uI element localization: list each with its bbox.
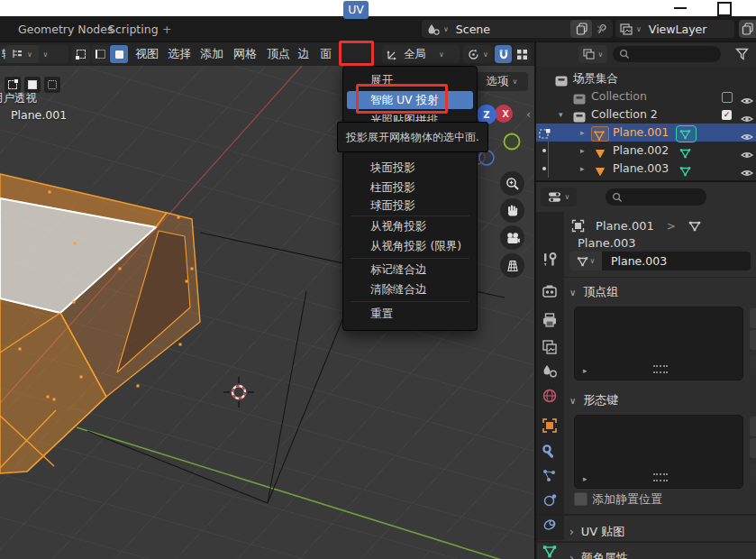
menu-uv-active[interactable]: UV [343, 1, 369, 19]
menu-add[interactable]: 添加 [200, 42, 223, 66]
object-icon[interactable] [571, 219, 585, 233]
transform-orientation-dropdown[interactable]: 全局 ∨ [382, 45, 460, 63]
breadcrumb-data[interactable]: Plane.003 [578, 236, 636, 250]
eye-icon[interactable] [741, 164, 753, 181]
tab-tool[interactable] [542, 252, 558, 268]
properties-search-input[interactable] [606, 188, 706, 206]
add-shape-key-button[interactable] [750, 417, 756, 436]
outliner-row-scene-collection[interactable]: 场景集合 [535, 69, 756, 87]
panel-header-color-attributes[interactable]: ›颜色属性 [569, 550, 628, 559]
collection-2-label[interactable]: Collection 2 [591, 105, 658, 124]
outliner-row-collection[interactable]: Collection [535, 87, 756, 105]
menu-mesh[interactable]: 网格 [233, 42, 257, 66]
exclude-checkbox-unchecked[interactable] [722, 92, 733, 103]
tab-render[interactable] [542, 283, 558, 299]
panel-header-vertex-groups[interactable]: ∨顶点组 [569, 284, 618, 300]
outliner-row-plane-002[interactable]: ▸ Plane.002 [535, 142, 756, 160]
list-disclosure-icon[interactable]: ▸ [583, 366, 587, 375]
remove-shape-key-button[interactable] [750, 438, 756, 458]
menu-edge[interactable]: 边 [298, 42, 310, 66]
outliner-display-mode-dropdown[interactable]: ∨ [5, 45, 39, 63]
face-select-button[interactable] [110, 45, 128, 63]
rest-position-checkbox[interactable] [574, 492, 587, 506]
editor-divider[interactable] [534, 42, 536, 559]
toggle-perspective-button[interactable] [500, 253, 524, 278]
tab-view-layer[interactable] [542, 339, 558, 355]
select-circle-tool-button[interactable] [44, 77, 60, 93]
breadcrumb-object[interactable]: Plane.001 [596, 219, 654, 233]
tab-physics[interactable] [542, 492, 558, 509]
plane-001-label[interactable]: Plane.001 [613, 124, 669, 142]
menu-vertex[interactable]: 顶点 [267, 42, 290, 66]
zoom-button[interactable] [500, 171, 524, 196]
proportional-editing-button[interactable] [514, 45, 531, 63]
menu-item-clear-seam[interactable]: 清除缝合边 [347, 280, 473, 298]
editor-type-dropdown[interactable]: ∨ [541, 188, 577, 206]
camera-view-button[interactable] [500, 225, 524, 250]
tab-scene[interactable] [542, 363, 558, 380]
outliner-filter-view-dropdown[interactable]: ∨ [578, 45, 607, 63]
menu-item-project-from-view-bounds[interactable]: 从视角投影 (限界) [347, 237, 473, 255]
add-vertex-group-button[interactable] [750, 308, 756, 328]
menu-item-project-from-view[interactable]: 从视角投影 [347, 217, 473, 235]
snap-toggle-button[interactable] [495, 45, 512, 63]
minimize-icon[interactable] [674, 7, 687, 9]
expand-icon[interactable]: ▸ [580, 124, 585, 142]
outliner-row-collection-2[interactable]: ▾ Collection 2 ✓ [535, 105, 756, 124]
mesh-data-icon[interactable] [688, 220, 701, 232]
remove-vertex-group-button[interactable] [750, 330, 756, 350]
tab-output[interactable] [542, 312, 558, 328]
menu-select[interactable]: 选择 [168, 42, 191, 66]
add-workspace-button[interactable]: + [162, 16, 171, 42]
plane-003-label[interactable]: Plane.003 [613, 160, 669, 178]
tab-data-active[interactable] [542, 544, 558, 559]
viewlayer-new-button[interactable] [739, 20, 756, 38]
outliner-search-input[interactable] [613, 46, 721, 62]
mesh-datablock-dropdown[interactable]: ∨ [569, 252, 602, 270]
viewlayer-name[interactable]: ViewLayer [649, 23, 707, 36]
maximize-icon[interactable] [717, 2, 732, 16]
tab-constraints[interactable] [542, 517, 558, 533]
vertex-group-specials-button[interactable] [750, 355, 756, 375]
resize-grip-icon[interactable] [653, 473, 668, 481]
tab-world[interactable] [542, 388, 558, 404]
scene-new-button[interactable] [570, 20, 592, 38]
scene-collection-label[interactable]: 场景集合 [573, 69, 618, 87]
vertex-groups-list[interactable]: ▸ [574, 307, 743, 380]
scene-unlink-button[interactable]: × [596, 22, 606, 35]
tab-object[interactable] [542, 417, 558, 434]
menu-item-sphere-projection[interactable]: 球面投影 [347, 197, 473, 215]
outliner-filter-button[interactable] [735, 47, 750, 64]
collection-label[interactable]: Collection [591, 87, 647, 105]
mesh-data-icon-active[interactable] [676, 125, 697, 142]
shape-keys-list[interactable]: ▸ [574, 415, 743, 489]
expand-icon[interactable]: ▸ [580, 160, 585, 178]
tab-modifiers[interactable] [542, 444, 558, 460]
workspace-tab-scripting[interactable]: Scripting [108, 16, 159, 42]
workspace-tab-geometry-nodes[interactable]: Geometry Nodes [18, 16, 113, 42]
list-disclosure-icon[interactable]: ▸ [583, 474, 587, 483]
menu-item-mark-seam[interactable]: 标记缝合边 [347, 261, 473, 279]
outliner-row-plane-003[interactable]: ▸ Plane.003 [535, 160, 756, 178]
vertex-select-button[interactable] [72, 45, 90, 63]
plane-002-label[interactable]: Plane.002 [613, 142, 669, 160]
outliner-row-plane-001[interactable]: ▸ Plane.001 [535, 124, 756, 142]
mesh-data-icon[interactable] [679, 163, 691, 180]
shape-key-specials-button[interactable] [750, 463, 756, 483]
menu-view[interactable]: 视图 [135, 42, 159, 66]
panel-header-shape-keys[interactable]: ∨形态键 [569, 392, 618, 408]
menu-item-reset[interactable]: 重置 [347, 305, 473, 323]
edge-select-button[interactable] [91, 45, 109, 63]
menu-item-cube-projection[interactable]: 块面投影 [347, 159, 473, 177]
scene-type-icon[interactable] [427, 23, 440, 35]
mesh-name-field[interactable]: Plane.003 [602, 252, 751, 270]
panel-header-uv-maps[interactable]: ›UV 贴图 [569, 524, 624, 540]
exclude-checkbox-checked[interactable]: ✓ [722, 110, 732, 120]
options-dropdown[interactable]: 选项 ∨ [476, 72, 528, 91]
pan-button[interactable] [500, 198, 524, 223]
menu-item-cylinder-projection[interactable]: 柱面投影 [347, 179, 473, 197]
expand-icon[interactable]: ▸ [580, 142, 585, 160]
expand-icon[interactable]: ▾ [559, 105, 563, 124]
tab-particles[interactable] [542, 468, 558, 484]
resize-grip-icon[interactable] [653, 365, 668, 373]
